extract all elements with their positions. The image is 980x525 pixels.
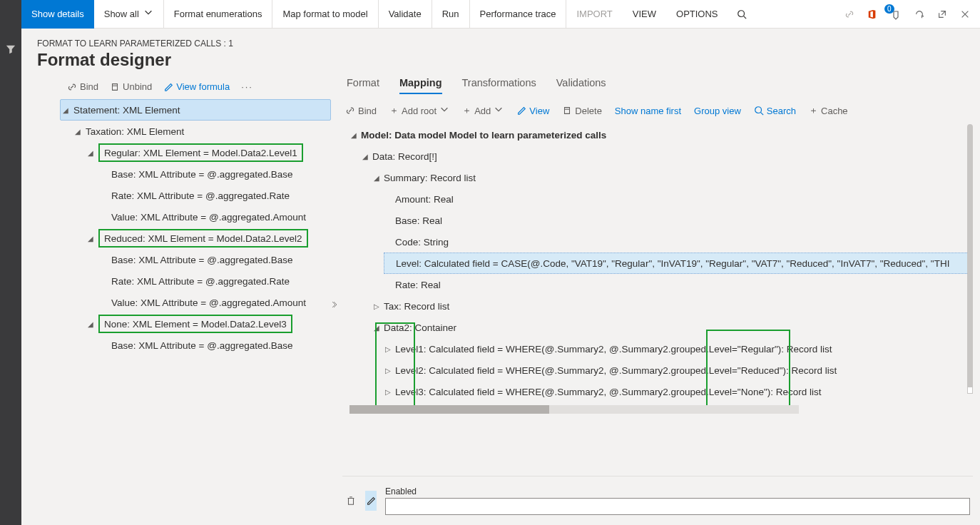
cache-button[interactable]: ＋Cache bbox=[809, 104, 848, 117]
tree-row-none-base[interactable]: Base: XML Attribute = @.aggregated.Base bbox=[98, 335, 331, 356]
svg-point-1 bbox=[755, 107, 762, 113]
map-row-level2[interactable]: ▷Level2: Calculated field = WHERE(@.Summ… bbox=[384, 360, 973, 381]
expand-icon[interactable]: ▷ bbox=[372, 302, 381, 310]
tree-row-regular-value[interactable]: Value: XML Attribute = @.aggregated.Amou… bbox=[98, 206, 331, 228]
view-formula-button[interactable]: View formula bbox=[163, 81, 230, 92]
scroll-thumb[interactable] bbox=[349, 405, 549, 414]
map-row-base[interactable]: Base: Real bbox=[384, 210, 973, 231]
enabled-label: Enabled bbox=[385, 486, 970, 498]
plus-icon: ＋ bbox=[389, 104, 399, 117]
format-enumerations-button[interactable]: Format enumerations bbox=[164, 0, 273, 29]
popout-icon[interactable] bbox=[937, 9, 947, 19]
horizontal-scrollbar[interactable] bbox=[349, 405, 799, 414]
collapse-icon[interactable]: ◢ bbox=[361, 153, 369, 160]
vertical-scrollbar[interactable] bbox=[967, 124, 973, 394]
svg-point-0 bbox=[737, 10, 744, 16]
splitter-handle-icon[interactable] bbox=[332, 300, 338, 305]
run-button[interactable]: Run bbox=[432, 0, 470, 29]
tree-row-regular[interactable]: ◢ Regular: XML Element = Model.Data2.Lev… bbox=[86, 142, 331, 163]
tree-row-taxation[interactable]: ◢ Taxation: XML Element bbox=[73, 121, 331, 142]
collapse-icon[interactable]: ◢ bbox=[349, 131, 358, 139]
tree-row-reduced-base[interactable]: Base: XML Attribute = @.aggregated.Base bbox=[98, 249, 331, 270]
collapse-icon[interactable]: ◢ bbox=[86, 235, 96, 243]
tree-row-regular-base[interactable]: Base: XML Attribute = @.aggregated.Base bbox=[98, 163, 331, 185]
plus-icon: ＋ bbox=[809, 104, 818, 117]
options-menu-button[interactable]: OPTIONS bbox=[666, 0, 728, 29]
tree-row-reduced[interactable]: ◢ Reduced: XML Element = Model.Data2.Lev… bbox=[86, 228, 331, 249]
enabled-input[interactable] bbox=[385, 498, 970, 515]
tree-row-reduced-rate[interactable]: Rate: XML Attribute = @.aggregated.Rate bbox=[98, 270, 331, 292]
chevron-down-icon bbox=[143, 7, 153, 19]
left-rail bbox=[0, 0, 21, 525]
property-pane: Enabled bbox=[342, 476, 973, 525]
tab-format[interactable]: Format bbox=[347, 77, 379, 94]
link-icon[interactable] bbox=[844, 9, 854, 19]
tab-mapping[interactable]: Mapping bbox=[399, 77, 442, 94]
tree-row-none[interactable]: ◢ None: XML Element = Model.Data2.Level3 bbox=[86, 313, 331, 335]
delete-button[interactable]: Delete bbox=[562, 106, 602, 116]
add-button[interactable]: ＋Add bbox=[462, 104, 504, 117]
bind-button[interactable]: Bind bbox=[67, 81, 98, 92]
collapse-icon[interactable]: ◢ bbox=[73, 128, 83, 136]
notification-icon[interactable]: 0 bbox=[890, 9, 902, 20]
map-row-code[interactable]: Code: String bbox=[384, 231, 973, 253]
map-row-level3[interactable]: ▷Level3: Calculated field = WHERE(@.Summ… bbox=[384, 381, 973, 402]
show-name-first-button[interactable]: Show name first bbox=[615, 106, 681, 116]
format-toolbar: Bind Unbind View formula ··· bbox=[30, 77, 335, 99]
map-row-data[interactable]: ◢Data: Record[!] bbox=[361, 146, 973, 167]
show-all-button[interactable]: Show all bbox=[94, 0, 164, 29]
tab-transformations[interactable]: Transformations bbox=[462, 77, 536, 94]
mapping-tree: ◢Model: Data model Model to learn parame… bbox=[342, 124, 973, 402]
highlight-reduced: Reduced: XML Element = Model.Data2.Level… bbox=[98, 229, 308, 248]
chevron-down-icon bbox=[439, 104, 449, 116]
unbind-button[interactable]: Unbind bbox=[110, 81, 152, 92]
import-button: IMPORT bbox=[566, 0, 622, 29]
mapping-tabs: Format Mapping Transformations Validatio… bbox=[344, 77, 973, 100]
map-row-amount[interactable]: Amount: Real bbox=[384, 188, 973, 210]
bind-button[interactable]: Bind bbox=[345, 106, 377, 116]
delete-property-button[interactable] bbox=[345, 491, 357, 511]
more-button[interactable]: ··· bbox=[241, 81, 253, 92]
map-row-model[interactable]: ◢Model: Data model Model to learn parame… bbox=[349, 124, 973, 146]
expand-icon[interactable]: ▷ bbox=[384, 367, 392, 374]
collapse-icon[interactable]: ◢ bbox=[372, 174, 381, 182]
tree-row-reduced-value[interactable]: Value: XML Attribute = @.aggregated.Amou… bbox=[98, 292, 331, 313]
group-view-button[interactable]: Group view bbox=[694, 106, 741, 116]
map-row-level[interactable]: Level: Calculated field = CASE(@.Code, "… bbox=[384, 253, 973, 274]
map-row-data2[interactable]: ◢Data2: Container bbox=[372, 317, 973, 338]
map-format-to-model-button[interactable]: Map format to model bbox=[272, 0, 378, 29]
view-menu-button[interactable]: VIEW bbox=[623, 0, 666, 29]
show-all-label: Show all bbox=[104, 9, 139, 19]
show-details-button[interactable]: Show details bbox=[21, 0, 94, 29]
collapse-icon[interactable]: ◢ bbox=[61, 106, 71, 114]
collapse-icon[interactable]: ◢ bbox=[86, 149, 96, 157]
filter-icon[interactable] bbox=[6, 44, 16, 54]
notification-badge: 0 bbox=[884, 4, 894, 14]
add-root-button[interactable]: ＋Add root bbox=[389, 104, 449, 117]
search-button[interactable] bbox=[728, 0, 755, 29]
map-row-rate[interactable]: Rate: Real bbox=[384, 274, 973, 295]
tree-row-statement[interactable]: ◢ Statement: XML Element bbox=[60, 99, 331, 121]
close-icon[interactable] bbox=[960, 9, 970, 19]
chevron-down-icon bbox=[494, 104, 504, 116]
expand-icon[interactable]: ▷ bbox=[384, 388, 392, 396]
map-row-summary[interactable]: ◢Summary: Record list bbox=[372, 167, 973, 188]
mapping-toolbar: Bind ＋Add root ＋Add View bbox=[342, 100, 973, 124]
validate-button[interactable]: Validate bbox=[379, 0, 432, 29]
map-row-tax[interactable]: ▷Tax: Record list bbox=[372, 295, 973, 317]
collapse-icon[interactable]: ◢ bbox=[372, 324, 381, 332]
edit-property-button[interactable] bbox=[365, 491, 377, 511]
search-button[interactable]: Search bbox=[754, 106, 796, 116]
expand-icon[interactable]: ▷ bbox=[384, 345, 392, 353]
map-row-level1[interactable]: ▷Level1: Calculated field = WHERE(@.Summ… bbox=[384, 338, 973, 360]
format-tree: ◢ Statement: XML Element ◢ Taxation: XML… bbox=[30, 99, 335, 357]
collapse-icon[interactable]: ◢ bbox=[86, 320, 96, 328]
view-button[interactable]: View bbox=[516, 106, 549, 116]
tree-row-regular-rate[interactable]: Rate: XML Attribute = @.aggregated.Rate bbox=[98, 185, 331, 206]
tab-validations[interactable]: Validations bbox=[556, 77, 606, 94]
refresh-icon[interactable] bbox=[914, 9, 924, 19]
performance-trace-button[interactable]: Performance trace bbox=[470, 0, 567, 29]
highlight-none: None: XML Element = Model.Data2.Level3 bbox=[98, 315, 292, 333]
office-icon[interactable] bbox=[867, 9, 877, 19]
scroll-thumb[interactable] bbox=[967, 387, 973, 394]
